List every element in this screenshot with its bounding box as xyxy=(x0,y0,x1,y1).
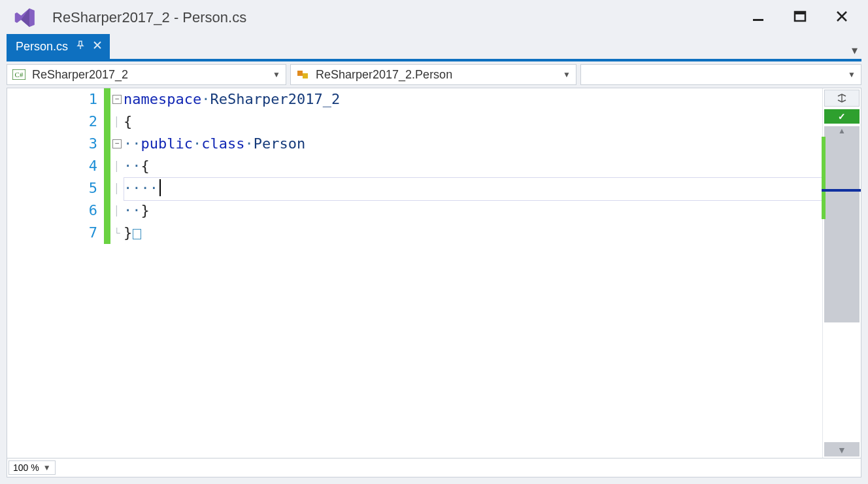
close-button[interactable] xyxy=(833,7,851,28)
chevron-down-icon: ▼ xyxy=(273,70,280,79)
line-number-gutter: 1 2 3 4 5 6 7 xyxy=(19,88,104,458)
change-marker xyxy=(822,137,826,219)
code-line: namespace·ReSharper2017_2 xyxy=(124,88,822,111)
eof-marker-icon xyxy=(133,229,141,239)
editor-footer: 100 % ▼ xyxy=(7,458,861,477)
chevron-down-icon: ▼ xyxy=(848,70,856,79)
app-window: ReSharper2017_2 - Person.cs Person.cs xyxy=(0,0,868,484)
marker-scrollbar[interactable]: ▲ ▼ xyxy=(824,126,860,457)
scope-project-text: ReSharper2017_2 xyxy=(32,68,128,82)
fold-toggle[interactable]: − xyxy=(112,139,122,148)
minimize-button[interactable] xyxy=(749,7,767,28)
title-bar: ReSharper2017_2 - Person.cs xyxy=(0,0,868,35)
scroll-down-icon[interactable]: ▼ xyxy=(824,445,860,455)
code-editor[interactable]: namespace·ReSharper2017_2 { ··public·cla… xyxy=(124,88,822,458)
line-number: 5 xyxy=(89,177,104,199)
zoom-dropdown[interactable]: 100 % ▼ xyxy=(8,460,56,475)
svg-rect-5 xyxy=(297,71,303,76)
fold-toggle[interactable]: − xyxy=(112,95,122,104)
line-number: 7 xyxy=(89,222,104,244)
pin-icon[interactable] xyxy=(76,41,85,52)
current-line-highlight xyxy=(124,177,822,201)
class-icon xyxy=(296,69,309,80)
svg-text:C#: C# xyxy=(15,71,24,78)
svg-rect-6 xyxy=(303,73,308,78)
editor-margin xyxy=(7,88,19,458)
scope-type-dropdown[interactable]: ReSharper2017_2.Person ▼ xyxy=(290,64,576,85)
scope-type-text: ReSharper2017_2.Person xyxy=(316,68,452,82)
line-number: 4 xyxy=(89,155,104,177)
text-caret xyxy=(159,179,161,196)
maximize-button[interactable] xyxy=(791,7,809,28)
navigation-bar: C# ReSharper2017_2 ▼ ReSharper2017_2.Per… xyxy=(7,64,861,85)
editor-body: 1 2 3 4 5 6 7 − │ − │ │ │ └ xyxy=(7,88,861,458)
visual-studio-icon xyxy=(12,5,37,30)
scope-member-dropdown[interactable]: ▼ xyxy=(580,64,861,85)
change-indicator-bar xyxy=(104,88,110,244)
code-line: ··{ xyxy=(124,155,822,177)
svg-rect-0 xyxy=(753,19,763,21)
chevron-down-icon: ▼ xyxy=(563,70,571,79)
caret-marker xyxy=(822,189,861,192)
line-number: 1 xyxy=(89,88,104,111)
close-tab-icon[interactable] xyxy=(93,41,102,52)
code-line: ··} xyxy=(124,199,822,222)
editor-frame: 1 2 3 4 5 6 7 − │ − │ │ │ └ xyxy=(7,88,861,477)
scope-project-dropdown[interactable]: C# ReSharper2017_2 ▼ xyxy=(7,64,286,85)
outline-gutter: − │ − │ │ │ └ xyxy=(110,88,124,458)
analysis-status-ok[interactable]: ✓ xyxy=(824,109,860,124)
window-title: ReSharper2017_2 - Person.cs xyxy=(52,9,246,26)
document-tab-person[interactable]: Person.cs xyxy=(7,34,110,59)
split-view-button[interactable] xyxy=(824,90,860,107)
line-number: 2 xyxy=(89,111,104,133)
window-controls xyxy=(749,7,851,28)
line-number: 6 xyxy=(89,199,104,222)
csharp-icon: C# xyxy=(12,69,25,80)
scroll-up-icon[interactable]: ▲ xyxy=(824,126,860,135)
code-line: } xyxy=(124,222,822,244)
line-number: 3 xyxy=(89,133,104,155)
svg-rect-2 xyxy=(795,12,805,14)
chevron-down-icon: ▼ xyxy=(43,463,51,472)
document-tab-strip: Person.cs ▾ xyxy=(7,35,861,61)
scrollbar-track-empty xyxy=(824,322,860,442)
editor-right-rail: ✓ ▲ ▼ xyxy=(822,88,861,458)
tab-overflow-dropdown[interactable]: ▾ xyxy=(848,43,861,59)
code-line: { xyxy=(124,111,822,133)
document-tab-label: Person.cs xyxy=(16,40,68,54)
code-line: ··public·class·Person xyxy=(124,133,822,155)
zoom-value: 100 % xyxy=(13,462,39,473)
